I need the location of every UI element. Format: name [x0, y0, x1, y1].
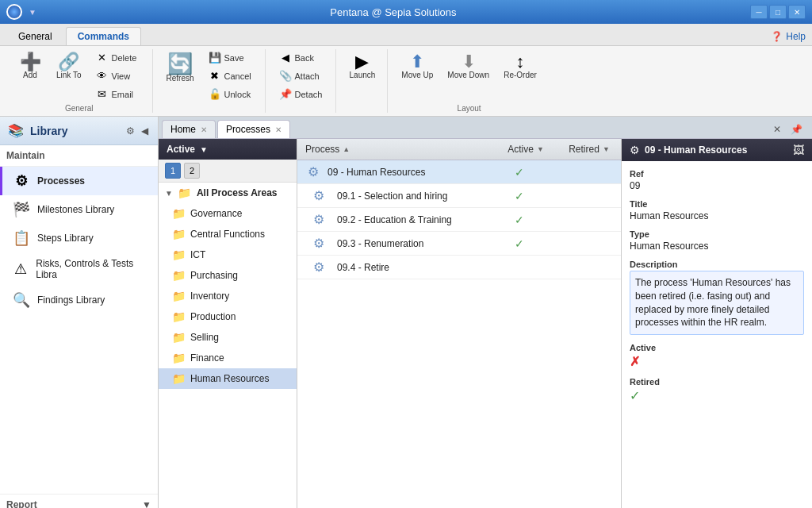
close-button[interactable]: ✕: [788, 5, 806, 19]
move-up-button[interactable]: ⬆ Move Up: [396, 49, 439, 83]
ribbon-group-refresh-buttons: 🔄 Refresh 💾 Save ✖ Cancel 🔓 Unlock: [161, 49, 259, 111]
tab-processes[interactable]: Processes ✕: [217, 120, 290, 138]
tree-item-all-process-areas[interactable]: ▼ 📁 All Process Areas: [159, 183, 297, 203]
title-bar-menu-icon[interactable]: ▼: [29, 8, 36, 17]
reorder-button[interactable]: ↕ Re-Order: [498, 49, 542, 83]
tree-toggle-all[interactable]: ▼: [165, 189, 173, 198]
cancel-button[interactable]: ✖ Cancel: [203, 67, 259, 84]
sidebar-item-risks[interactable]: ⚠ Risks, Controls & Tests Libra: [0, 252, 158, 286]
attach-button[interactable]: 📎 Attach: [274, 67, 329, 84]
back-button[interactable]: ◀ Back: [274, 49, 329, 66]
save-button[interactable]: 💾 Save: [203, 49, 259, 66]
tab-bar-right: ✕ 📌: [770, 122, 809, 137]
main-area: 📚 Library ⚙ ◀ Maintain ⚙ Processes 🏁 Mil…: [0, 117, 812, 508]
risks-icon: ⚠: [12, 260, 29, 278]
sidebar-settings-icon[interactable]: ⚙: [124, 124, 136, 138]
tree-item-governance[interactable]: 📁 Governance: [159, 203, 297, 224]
ict-icon: 📁: [171, 248, 186, 261]
launch-button[interactable]: ▶ Launch: [344, 49, 381, 83]
process-093-active: ✓: [488, 237, 551, 250]
add-button[interactable]: ➕ Add: [13, 49, 48, 83]
sidebar-maintain-section: Maintain: [0, 145, 158, 167]
steps-icon: 📋: [12, 229, 31, 247]
process-row-091[interactable]: ⚙ 09.1 - Selection and hiring ✓: [297, 184, 621, 208]
prop-description-value[interactable]: The process 'Human Resources' has been r…: [630, 271, 804, 335]
view-button[interactable]: 👁 View: [90, 67, 146, 84]
sidebar-report-label: Report: [6, 499, 37, 508]
sidebar-collapse-icon[interactable]: ◀: [140, 124, 150, 138]
tree-item-production[interactable]: 📁 Production: [159, 306, 297, 327]
refresh-button[interactable]: 🔄 Refresh: [161, 49, 200, 87]
tab-home[interactable]: Home ✕: [162, 120, 216, 138]
tree-item-finance[interactable]: 📁 Finance: [159, 348, 297, 368]
process-list-panel: Process ▲ Active ▼ Retired ▼ ⚙ 0: [297, 139, 622, 508]
ribbon-group-nav-label: [274, 111, 329, 113]
process-row-09[interactable]: ⚙ 09 - Human Resources ✓: [297, 160, 621, 184]
tree-item-human-resources[interactable]: 📁 Human Resources: [159, 368, 297, 389]
help-button[interactable]: ❓ Help: [764, 27, 812, 45]
tree-item-all-label: All Process Areas: [197, 187, 278, 198]
tree-item-inventory[interactable]: 📁 Inventory: [159, 286, 297, 306]
sidebar-item-milestones[interactable]: 🏁 Milestones Library: [0, 195, 158, 224]
finance-icon: 📁: [171, 352, 186, 364]
ribbon-group-refresh: 🔄 Refresh 💾 Save ✖ Cancel 🔓 Unlock: [155, 49, 266, 113]
title-bar-controls: ─ □ ✕: [750, 5, 806, 19]
unlock-button[interactable]: 🔓 Unlock: [203, 86, 259, 102]
tree-item-ict[interactable]: 📁 ICT: [159, 244, 297, 265]
tab-processes-close[interactable]: ✕: [275, 125, 282, 134]
move-up-icon: ⬆: [410, 53, 424, 71]
panel-split: Active ▼ 1 2 ▼ 📁 All Process Areas 📁 Gov…: [159, 139, 812, 508]
tree-header: Active ▼: [159, 139, 297, 160]
move-down-button[interactable]: ⬇ Move Down: [442, 49, 495, 83]
selling-icon: 📁: [171, 331, 186, 344]
tree-item-production-label: Production: [190, 311, 236, 322]
tab-bar-close-btn[interactable]: ✕: [770, 122, 784, 137]
prop-active-label: Active: [630, 343, 804, 352]
tree-panel: Active ▼ 1 2 ▼ 📁 All Process Areas 📁 Gov…: [159, 139, 297, 508]
detach-icon: 📌: [279, 88, 292, 100]
attach-icon: 📎: [279, 70, 292, 82]
minimize-button[interactable]: ─: [750, 5, 768, 19]
properties-header-image-btn[interactable]: 🖼: [793, 144, 804, 156]
process-col-header[interactable]: Process ▲: [297, 139, 494, 160]
sidebar-item-processes[interactable]: ⚙ Processes: [0, 167, 158, 195]
sidebar-report-section[interactable]: Report ▼: [0, 494, 158, 508]
back-icon: ◀: [279, 52, 292, 64]
prop-retired-value: ✓: [630, 388, 804, 403]
findings-icon: 🔍: [12, 291, 31, 309]
purchasing-icon: 📁: [171, 269, 186, 282]
refresh-icon: 🔄: [167, 53, 193, 74]
process-row-094[interactable]: ⚙ 09.4 - Retire: [297, 256, 621, 279]
delete-button[interactable]: ✕ Delete: [90, 49, 146, 66]
ribbon-small-group-nav: ◀ Back 📎 Attach 📌 Detach: [274, 49, 329, 102]
retired-col-header[interactable]: Retired ▼: [557, 139, 621, 160]
prop-title-value: Human Resources: [630, 210, 804, 221]
retired-col-sort: ▼: [603, 145, 610, 153]
process-row-092[interactable]: ⚙ 09.2 - Education & Training ✓: [297, 208, 621, 232]
tab-general[interactable]: General: [6, 27, 64, 45]
tree-page-2[interactable]: 2: [184, 163, 200, 179]
maximize-button[interactable]: □: [769, 5, 787, 19]
tree-item-purchasing[interactable]: 📁 Purchasing: [159, 265, 297, 286]
process-093-label: 09.3 - Renumeration: [327, 238, 488, 249]
tree-page-1[interactable]: 1: [165, 163, 181, 179]
tab-home-close[interactable]: ✕: [201, 125, 207, 134]
tab-commands[interactable]: Commands: [66, 27, 141, 45]
sidebar-item-steps[interactable]: 📋 Steps Library: [0, 224, 158, 252]
all-process-areas-icon: 📁: [178, 187, 192, 199]
sidebar-item-steps-label: Steps Library: [37, 233, 94, 244]
library-icon: 📚: [8, 123, 24, 138]
email-button[interactable]: ✉ Email: [90, 86, 146, 102]
tab-bar-pin-btn[interactable]: 📌: [787, 122, 806, 137]
active-col-header[interactable]: Active ▼: [494, 139, 557, 160]
tree-item-selling[interactable]: 📁 Selling: [159, 327, 297, 348]
tree-item-central-functions[interactable]: 📁 Central Functions: [159, 224, 297, 244]
process-row-093[interactable]: ⚙ 09.3 - Renumeration ✓: [297, 232, 621, 256]
app-logo: [6, 4, 22, 20]
sidebar-header: 📚 Library ⚙ ◀: [0, 117, 158, 145]
tree-header-chevron[interactable]: ▼: [200, 145, 208, 154]
sidebar-item-findings[interactable]: 🔍 Findings Library: [0, 286, 158, 314]
detach-button[interactable]: 📌 Detach: [274, 86, 329, 102]
central-functions-icon: 📁: [171, 228, 186, 241]
link-to-button[interactable]: 🔗 Link To: [51, 49, 87, 83]
